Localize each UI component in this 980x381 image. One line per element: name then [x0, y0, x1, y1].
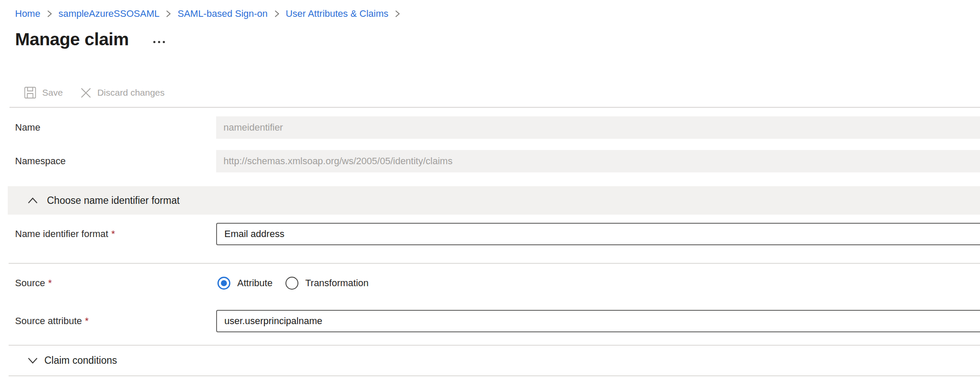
radio-option-attribute[interactable]: Attribute [217, 277, 273, 290]
section-choose-name-identifier-format[interactable]: Choose name identifier format [8, 186, 980, 215]
chevron-down-icon [28, 357, 38, 364]
breadcrumb-item-saml-signon[interactable]: SAML-based Sign-on [177, 8, 267, 19]
radio-option-transformation[interactable]: Transformation [285, 277, 369, 290]
section-claim-conditions[interactable]: Claim conditions [0, 346, 980, 375]
name-identifier-format-dropdown[interactable] [216, 223, 980, 245]
required-marker: * [85, 315, 89, 327]
save-button-label: Save [42, 87, 63, 98]
section-title: Claim conditions [44, 355, 117, 366]
radio-option-label: Attribute [237, 278, 273, 289]
command-bar: Save Discard changes [24, 84, 164, 102]
breadcrumb-item-user-attributes-claims[interactable]: User Attributes & Claims [286, 8, 388, 19]
chevron-up-icon [28, 197, 38, 204]
chevron-right-icon [395, 10, 400, 18]
toolbar-divider [9, 107, 980, 108]
name-field-row: Name [0, 116, 980, 139]
save-icon [24, 86, 37, 99]
discard-changes-label: Discard changes [97, 87, 164, 98]
breadcrumb-item-app[interactable]: sampleAzureSSOSAML [59, 8, 160, 19]
radio-button-icon [217, 277, 230, 290]
name-identifier-format-row: Name identifier format * [0, 223, 980, 245]
required-marker: * [48, 278, 52, 289]
breadcrumb-item-home[interactable]: Home [15, 8, 40, 19]
namespace-field-label: Namespace [15, 156, 65, 167]
breadcrumb: Home sampleAzureSSOSAML SAML-based Sign-… [15, 7, 406, 21]
chevron-right-icon [274, 10, 279, 18]
radio-button-icon [285, 277, 298, 290]
source-field-label: Source [15, 278, 45, 289]
discard-changes-button[interactable]: Discard changes [80, 87, 164, 99]
section-title: Choose name identifier format [47, 195, 180, 206]
name-input [216, 116, 980, 139]
divider [9, 375, 980, 376]
name-identifier-format-label: Name identifier format [15, 228, 108, 240]
ellipsis-icon [163, 41, 165, 43]
source-attribute-label: Source attribute [15, 315, 82, 327]
source-field-row: Source * Attribute Transformation [0, 272, 980, 294]
source-attribute-dropdown[interactable] [216, 310, 980, 332]
chevron-right-icon [47, 10, 52, 18]
page-header: Manage claim [15, 28, 166, 49]
required-marker: * [111, 228, 115, 240]
name-field-label: Name [15, 122, 40, 133]
source-attribute-row: Source attribute * [0, 310, 980, 332]
ellipsis-icon [153, 41, 155, 43]
radio-option-label: Transformation [305, 278, 369, 289]
namespace-input [216, 150, 980, 172]
ellipsis-icon [158, 41, 160, 43]
page-title: Manage claim [15, 30, 129, 49]
more-options-button[interactable] [152, 40, 166, 44]
chevron-right-icon [166, 10, 171, 18]
divider [9, 263, 980, 264]
x-icon [80, 87, 92, 99]
save-button[interactable]: Save [24, 86, 63, 99]
namespace-field-row: Namespace [0, 150, 980, 172]
source-radio-group: Attribute Transformation [216, 272, 980, 294]
